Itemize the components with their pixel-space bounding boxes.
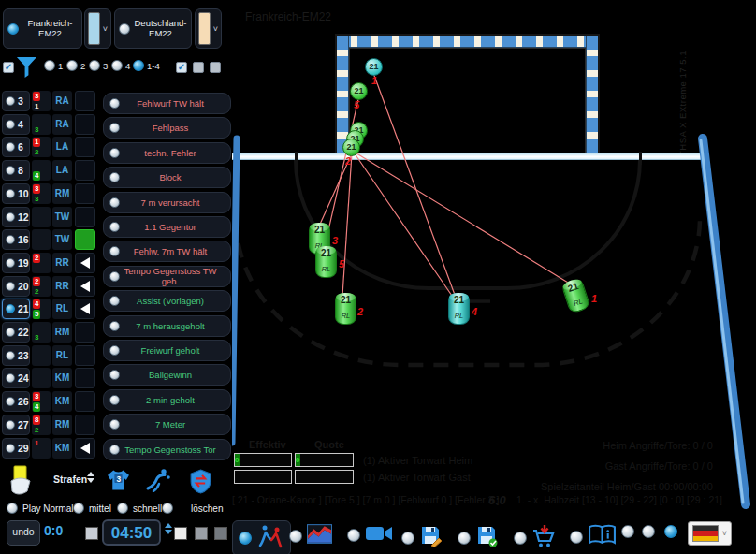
extra-toolbar-radio-3[interactable] xyxy=(664,525,677,538)
radio-icon[interactable] xyxy=(239,532,252,545)
action-button-7-m-herausgeholt[interactable]: 7 m herausgeholt xyxy=(103,315,231,337)
player-throw-icon[interactable] xyxy=(145,468,170,492)
indicator-square-2[interactable] xyxy=(195,527,208,540)
save-ok-group[interactable] xyxy=(458,524,499,551)
player-flag-cell-21[interactable] xyxy=(75,299,95,319)
player-select-29[interactable]: 29 xyxy=(2,438,30,459)
radio-icon[interactable] xyxy=(109,370,120,380)
player-select-20[interactable]: 20 xyxy=(2,276,30,297)
player-position-marker[interactable]: 21RL xyxy=(448,293,470,325)
player-select-3[interactable]: 3 xyxy=(2,91,30,111)
radio-icon[interactable] xyxy=(73,503,84,514)
action-button-techn-fehler[interactable]: techn. Fehler xyxy=(103,142,231,164)
player-flag-cell-3[interactable] xyxy=(75,91,95,111)
radio-icon[interactable] xyxy=(109,271,120,282)
radio-icon[interactable] xyxy=(6,282,15,291)
player-select-22[interactable]: 22 xyxy=(2,322,30,343)
action-button-assist-vorlagen-[interactable]: Assist (Vorlagen) xyxy=(103,290,231,312)
radio-icon[interactable] xyxy=(109,246,120,256)
radio-icon[interactable] xyxy=(6,420,15,430)
radio-icon[interactable] xyxy=(289,530,302,543)
team-away-color-dropdown[interactable]: ˅ xyxy=(195,8,222,49)
attempt-filter-3[interactable]: 3 xyxy=(89,60,108,71)
timer-spinner[interactable] xyxy=(165,523,172,534)
radio-icon[interactable] xyxy=(109,419,120,430)
player-select-16[interactable]: 16 xyxy=(2,229,30,250)
radio-icon[interactable] xyxy=(401,532,414,545)
player-flag-cell-22[interactable] xyxy=(75,322,95,343)
radio-icon[interactable] xyxy=(514,532,527,545)
radio-icon[interactable] xyxy=(6,373,15,383)
radio-icon[interactable] xyxy=(6,166,15,175)
player-select-10[interactable]: 10 xyxy=(2,183,30,204)
radio-icon[interactable] xyxy=(6,235,15,244)
cart-icon[interactable] xyxy=(531,524,556,552)
radio-icon[interactable] xyxy=(109,296,120,306)
player-position-marker[interactable]: 21RL xyxy=(335,293,356,325)
player-flag-cell-10[interactable] xyxy=(75,183,95,204)
player-flag-cell-29[interactable] xyxy=(75,438,95,459)
language-dropdown[interactable]: ˅ xyxy=(688,521,732,546)
goal-shot-marker[interactable]: 21 xyxy=(350,82,368,100)
attempt-filter-1[interactable]: 1 xyxy=(44,60,63,71)
radio-icon[interactable] xyxy=(570,531,583,544)
player-select-24[interactable]: 24 xyxy=(2,368,30,388)
camera-icon[interactable] xyxy=(365,524,393,547)
save-edit-icon[interactable] xyxy=(419,524,443,551)
player-select-6[interactable]: 6 xyxy=(2,137,30,157)
player-select-26[interactable]: 26 xyxy=(2,391,30,412)
player-select-8[interactable]: 8 xyxy=(2,160,30,181)
radio-icon[interactable] xyxy=(162,503,173,514)
filter-checkbox[interactable]: ✓ xyxy=(3,62,14,73)
attempt-filter-4[interactable]: 4 xyxy=(111,60,130,71)
player-flag-cell-6[interactable] xyxy=(75,137,95,157)
radio-icon[interactable] xyxy=(458,532,471,545)
player-flag-cell-4[interactable] xyxy=(75,114,95,135)
radio-icon[interactable] xyxy=(109,445,120,455)
radio-icon[interactable] xyxy=(109,395,120,405)
save-ok-icon[interactable] xyxy=(475,524,499,551)
player-flag-cell-19[interactable] xyxy=(75,253,95,273)
radio-icon[interactable] xyxy=(109,222,120,232)
radio-icon[interactable] xyxy=(6,328,15,337)
radio-icon[interactable] xyxy=(111,60,123,71)
goal-shot-marker[interactable]: 21 xyxy=(365,58,383,76)
action-button-tempo-gegenstoss-tw-geh-[interactable]: Tempo Gegenstoss TW geh. xyxy=(103,266,231,287)
radio-icon[interactable] xyxy=(109,123,120,133)
radio-icon[interactable] xyxy=(6,304,15,313)
extra-checkbox-3[interactable] xyxy=(210,62,221,73)
player-flag-cell-20[interactable] xyxy=(75,276,95,297)
speed-option-löschen[interactable]: löschen xyxy=(162,503,223,514)
duel-icon[interactable] xyxy=(256,524,284,552)
jersey-change-icon[interactable]: 3 xyxy=(106,468,131,492)
goal-shot-marker[interactable]: 21 xyxy=(342,138,360,156)
radio-icon[interactable] xyxy=(6,351,15,360)
radio-icon[interactable] xyxy=(6,96,15,106)
player-flag-cell-23[interactable] xyxy=(75,345,95,366)
radio-icon[interactable] xyxy=(347,529,360,542)
action-button-7-m-verursacht[interactable]: 7 m verursacht xyxy=(103,192,231,213)
player-select-23[interactable]: 23 xyxy=(2,345,30,366)
radio-icon[interactable] xyxy=(6,444,15,453)
player-flag-cell-24[interactable] xyxy=(75,368,95,388)
save-edit-group[interactable] xyxy=(401,524,443,551)
radio-icon[interactable] xyxy=(109,321,120,331)
action-button-2-min-geholt[interactable]: 2 min geholt xyxy=(103,389,231,411)
radio-icon[interactable] xyxy=(6,189,15,198)
radio-icon[interactable] xyxy=(6,120,15,129)
radio-icon[interactable] xyxy=(109,197,120,208)
team-home-radio[interactable] xyxy=(7,23,19,35)
action-button-block[interactable]: Block xyxy=(103,167,231,188)
speed-option-play-normal[interactable]: Play Normal xyxy=(7,503,73,514)
radio-icon[interactable] xyxy=(6,142,15,152)
action-button-tempo-gegenstoss-tor[interactable]: Tempo Gegenstoss Tor xyxy=(103,439,231,460)
radio-icon[interactable] xyxy=(6,397,15,406)
action-button-fehlpass[interactable]: Fehlpass xyxy=(103,117,231,138)
action-button-ballgewinn[interactable]: Ballgewinn xyxy=(103,364,231,386)
action-button-freiwurf-geholt[interactable]: Freiwurf geholt xyxy=(103,340,231,361)
team-home-color-dropdown[interactable]: ˅ xyxy=(84,8,111,49)
player-flag-cell-8[interactable] xyxy=(75,160,95,181)
player-select-4[interactable]: 4 xyxy=(2,114,30,135)
player-select-27[interactable]: 27 xyxy=(2,415,30,435)
team-away-selector[interactable]: Deutschland-EM22 xyxy=(114,8,192,49)
